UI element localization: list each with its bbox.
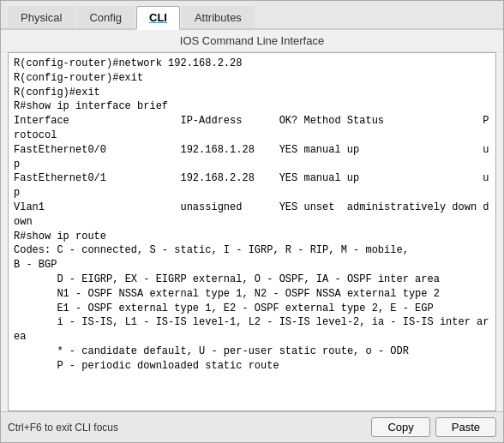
bottom-bar: Ctrl+F6 to exit CLI focus Copy Paste: [1, 411, 503, 442]
action-buttons: Copy Paste: [371, 417, 496, 437]
tab-bar: Physical Config CLI Attributes: [1, 1, 503, 30]
paste-button[interactable]: Paste: [435, 417, 496, 437]
cli-content[interactable]: R(config-router)#network 192.168.2.28 R(…: [9, 53, 495, 410]
tab-cli[interactable]: CLI: [136, 6, 180, 30]
cli-hint: Ctrl+F6 to exit CLI focus: [8, 422, 118, 434]
tab-attributes[interactable]: Attributes: [182, 6, 255, 28]
cli-area: R(config-router)#network 192.168.2.28 R(…: [8, 52, 496, 411]
tab-physical[interactable]: Physical: [8, 6, 75, 28]
tab-config[interactable]: Config: [76, 6, 135, 28]
cli-title: IOS Command Line Interface: [1, 30, 503, 52]
copy-button[interactable]: Copy: [371, 417, 429, 437]
